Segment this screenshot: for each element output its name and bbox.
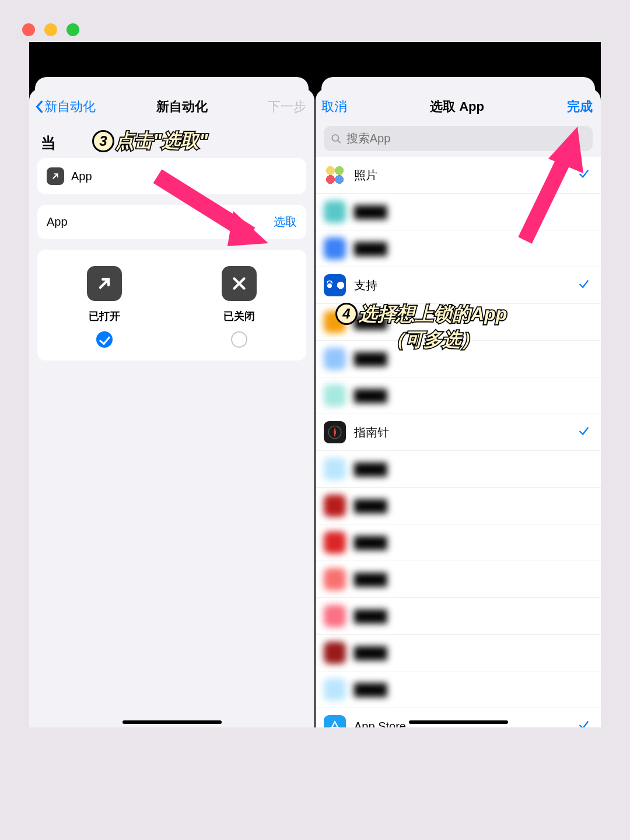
nav-back-button[interactable]: 新自动化 [35, 98, 96, 116]
cancel-button[interactable]: 取消 [321, 98, 347, 116]
app-icon [324, 311, 346, 333]
traffic-lights [0, 0, 630, 42]
left-screenshot: 新自动化 新自动化 下一步 当 App App [29, 42, 314, 727]
app-icon [324, 237, 346, 260]
close-window-dot[interactable] [22, 23, 35, 36]
sheet-title: 选取 App [430, 98, 484, 116]
app-name: ████ [354, 610, 590, 623]
app-name: ████ [354, 573, 590, 586]
app-row[interactable]: ████ [316, 671, 601, 708]
tutorial-stage: 新自动化 新自动化 下一步 当 App App [29, 42, 601, 727]
done-button[interactable]: 完成 [567, 98, 593, 116]
app-row[interactable]: ████ [316, 598, 601, 635]
app-row[interactable]: App Store [316, 708, 601, 727]
app-icon [324, 531, 346, 554]
app-name: ████ [354, 316, 590, 329]
app-icon [324, 715, 346, 727]
app-row[interactable]: 支持 [316, 267, 601, 304]
app-name: ████ [354, 683, 590, 696]
svg-point-0 [332, 134, 338, 141]
app-icon [324, 201, 346, 223]
arrow-to-done [502, 118, 589, 254]
app-name: ████ [354, 646, 590, 660]
arrow-to-select [146, 164, 280, 254]
app-name: 指南针 [354, 425, 569, 440]
open-close-card: 已打开 已关闭 [37, 250, 306, 360]
right-screenshot: 取消 选取 App 完成 照片████████支持████████████指南针… [316, 42, 601, 727]
app-row[interactable]: ████ [316, 524, 601, 561]
app-row[interactable]: ████ [316, 488, 601, 524]
opened-radio[interactable] [96, 331, 113, 348]
app-icon [324, 642, 346, 664]
closed-radio[interactable] [231, 331, 247, 348]
home-indicator [409, 720, 508, 724]
app-name: ████ [354, 389, 590, 402]
closed-icon [222, 266, 257, 301]
svg-point-1 [327, 284, 332, 288]
app-icon [324, 421, 346, 443]
chevron-left-icon [35, 100, 43, 113]
check-icon [578, 718, 590, 728]
opened-icon [87, 266, 122, 301]
app-name: ████ [354, 499, 590, 513]
maximize-window-dot[interactable] [66, 23, 79, 36]
app-name: 支持 [354, 278, 569, 293]
app-icon [324, 384, 346, 407]
search-icon [331, 133, 342, 145]
app-select-label: App [47, 215, 68, 229]
opened-choice[interactable]: 已打开 [87, 266, 122, 348]
home-indicator [123, 720, 222, 724]
open-app-icon [47, 167, 64, 185]
when-label: 当 [29, 124, 314, 158]
app-icon [324, 348, 346, 370]
app-icon [324, 568, 346, 590]
app-row[interactable]: 指南针 [316, 414, 601, 451]
app-row[interactable]: ████ [316, 451, 601, 488]
app-icon [324, 164, 346, 186]
minimize-window-dot[interactable] [44, 23, 57, 36]
nav-next-button[interactable]: 下一步 [268, 98, 306, 116]
app-name: ████ [354, 463, 590, 476]
app-name: ████ [354, 352, 590, 366]
check-icon [578, 276, 590, 295]
app-row[interactable]: ████ [316, 341, 601, 377]
app-icon [324, 495, 346, 517]
closed-choice[interactable]: 已关闭 [222, 266, 257, 348]
app-row[interactable]: ████ [316, 377, 601, 414]
app-icon [324, 605, 346, 627]
app-row[interactable]: ████ [316, 561, 601, 598]
app-icon [324, 678, 346, 701]
app-name: ████ [354, 536, 590, 550]
app-row[interactable]: ████ [316, 635, 601, 671]
app-icon [324, 274, 346, 296]
check-icon [578, 424, 590, 442]
app-row[interactable]: ████ [316, 304, 601, 341]
app-icon [324, 458, 346, 480]
sheet-title: 新自动化 [156, 98, 208, 116]
